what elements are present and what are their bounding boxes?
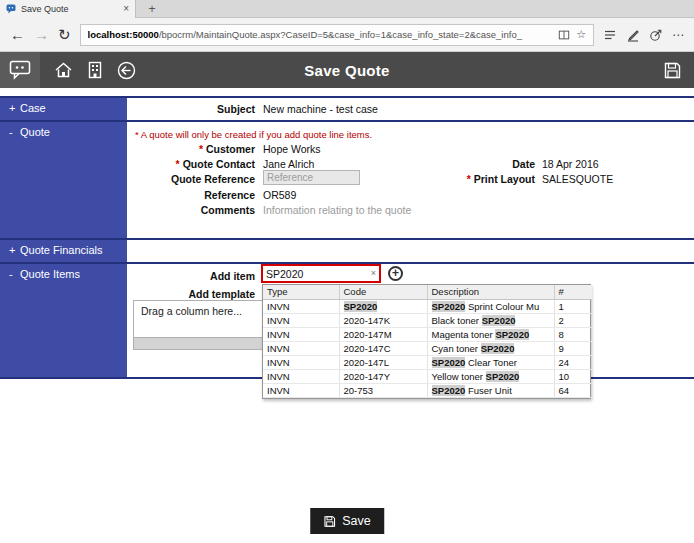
dropdown-cell[interactable]: Magenta toner SP2020	[427, 327, 554, 341]
add-item-input[interactable]	[263, 268, 370, 280]
dropdown-cell[interactable]: INVN	[263, 341, 339, 355]
dropdown-cell[interactable]: SP2020 Sprint Colour Mu	[427, 299, 554, 313]
dropdown-cell[interactable]: 2020-147C	[339, 341, 427, 355]
dropdown-row[interactable]: INVN2020-147LSP2020 Clear Toner24	[263, 355, 592, 369]
save-button[interactable]: Save	[310, 508, 384, 534]
quote-required-note: * A quote will only be created if you ad…	[135, 129, 372, 140]
section-quote-financials[interactable]: +Quote Financials	[0, 240, 127, 262]
dropdown-row[interactable]: INVN2020-147CCyan toner SP20209	[263, 341, 592, 355]
section-quote[interactable]: -Quote	[0, 122, 127, 238]
dropdown-cell[interactable]: 2	[554, 313, 592, 327]
add-item-plus-button[interactable]: +	[388, 266, 403, 281]
quote-contact-label: *Quote Contact	[125, 158, 255, 170]
dropdown-cell[interactable]: 2020-147Y	[339, 369, 427, 383]
dropdown-cell[interactable]: 1	[554, 299, 592, 313]
section-quote-items[interactable]: -Quote Items	[0, 264, 127, 377]
main-content: +Case -Quote +Quote Financials -Quote It…	[0, 88, 694, 543]
expand-toggle-icon[interactable]: +	[9, 102, 20, 114]
comments-label: Comments	[125, 204, 255, 216]
collapse-toggle-icon[interactable]: -	[9, 126, 20, 138]
tab-title: Save Quote	[21, 4, 118, 14]
required-marker: *	[199, 143, 203, 155]
company-building-icon[interactable]	[87, 61, 103, 79]
dropdown-cell[interactable]: INVN	[263, 313, 339, 327]
dropdown-cell[interactable]: 9	[554, 341, 592, 355]
customer-label: *Customer	[125, 143, 255, 155]
home-icon[interactable]	[54, 61, 73, 79]
dropdown-cell[interactable]: INVN	[263, 299, 339, 313]
dropdown-cell[interactable]: 2020-147K	[339, 313, 427, 327]
quote-contact-value[interactable]: Jane Alrich	[263, 158, 314, 170]
dropdown-cell[interactable]: Yellow toner SP2020	[427, 369, 554, 383]
web-note-icon[interactable]	[626, 28, 640, 42]
dropdown-row[interactable]: INVN2020-147KBlack toner SP20202	[263, 313, 592, 327]
favorite-star-icon[interactable]: ☆	[576, 29, 586, 40]
dropdown-cell[interactable]: Cyan toner SP2020	[427, 341, 554, 355]
new-tab-button[interactable]: +	[144, 0, 160, 18]
back-circle-icon[interactable]	[117, 61, 136, 80]
dropdown-cell[interactable]: INVN	[263, 327, 339, 341]
section-label: Quote	[20, 126, 50, 138]
add-item-label: Add item	[125, 270, 255, 282]
dropdown-column-header: Type	[263, 285, 339, 299]
hub-icon[interactable]	[603, 28, 617, 42]
dropdown-cell[interactable]: SP2020	[339, 299, 427, 313]
dropdown-cell[interactable]: 2020-147L	[339, 355, 427, 369]
item-suggestions-dropdown[interactable]: TypeCodeDescription# INVNSP2020SP2020 Sp…	[262, 284, 591, 399]
dropdown-column-header: Code	[339, 285, 427, 299]
date-label: Date	[450, 158, 535, 170]
subject-value: New machine - test case	[263, 103, 378, 115]
dropdown-cell[interactable]: INVN	[263, 369, 339, 383]
dropdown-header-row: TypeCodeDescription#	[263, 285, 592, 299]
dropdown-cell[interactable]: 2020-147M	[339, 327, 427, 341]
more-icon[interactable]: ⋯	[672, 29, 684, 41]
section-label: Case	[20, 102, 46, 114]
tab-close-icon[interactable]: ×	[123, 4, 129, 14]
chat-tile[interactable]	[0, 52, 40, 88]
dropdown-cell[interactable]: 20-753	[339, 383, 427, 397]
section-case[interactable]: +Case	[0, 98, 127, 120]
date-value[interactable]: 18 Apr 2016	[542, 158, 599, 170]
dropdown-cell[interactable]: 24	[554, 355, 592, 369]
dropdown-row[interactable]: INVN20-753SP2020 Fuser Unit64	[263, 383, 592, 397]
section-label: Quote Financials	[20, 244, 103, 256]
dropdown-row[interactable]: INVNSP2020SP2020 Sprint Colour Mu1	[263, 299, 592, 313]
dropdown-cell[interactable]: INVN	[263, 355, 339, 369]
browser-tab-bar: Save Quote × +	[0, 0, 694, 18]
quote-reference-input[interactable]	[263, 170, 360, 185]
dropdown-cell[interactable]: SP2020 Fuser Unit	[427, 383, 554, 397]
comments-input[interactable]	[263, 203, 493, 217]
clear-icon[interactable]: ×	[370, 269, 379, 278]
subject-label: Subject	[125, 103, 255, 115]
dropdown-cell[interactable]: Black toner SP2020	[427, 313, 554, 327]
back-icon[interactable]: ←	[10, 27, 25, 42]
dropdown-row[interactable]: INVN2020-147MMagenta toner SP20208	[263, 327, 592, 341]
reference-value: OR589	[263, 189, 296, 201]
dropdown-row[interactable]: INVN2020-147YYellow toner SP202010	[263, 369, 592, 383]
collapse-toggle-icon[interactable]: -	[9, 268, 20, 280]
refresh-icon[interactable]: ↻	[58, 27, 71, 42]
expand-toggle-icon[interactable]: +	[9, 244, 20, 256]
reference-label: Reference	[125, 189, 255, 201]
customer-value[interactable]: Hope Works	[263, 143, 321, 155]
print-layout-value[interactable]: SALESQUOTE	[542, 173, 613, 185]
dropdown-body: INVNSP2020SP2020 Sprint Colour Mu1INVN20…	[263, 299, 592, 397]
browser-tab[interactable]: Save Quote ×	[0, 0, 136, 18]
url-path: /bpocrm/MaintainQuote.aspx?CaseID=5&case…	[159, 29, 522, 40]
reading-view-icon[interactable]	[558, 29, 570, 41]
save-icon[interactable]	[663, 61, 682, 80]
dropdown-cell[interactable]: 64	[554, 383, 592, 397]
address-bar[interactable]: localhost:50000/bpocrm/MaintainQuote.asp…	[80, 24, 594, 46]
share-icon[interactable]	[649, 28, 663, 42]
tab-favicon-chat-icon	[6, 4, 16, 14]
dropdown-cell[interactable]: SP2020 Clear Toner	[427, 355, 554, 369]
dropdown-cell[interactable]: 10	[554, 369, 592, 383]
url-text[interactable]: localhost:50000/bpocrm/MaintainQuote.asp…	[88, 29, 553, 40]
dropdown-cell[interactable]: INVN	[263, 383, 339, 397]
section-label: Quote Items	[20, 268, 80, 280]
required-marker: *	[467, 173, 471, 185]
dropdown-column-header: Description	[427, 285, 554, 299]
dropdown-cell[interactable]: 8	[554, 327, 592, 341]
page-title: Save Quote	[304, 62, 390, 79]
add-item-field-highlight[interactable]: ×	[261, 264, 381, 283]
